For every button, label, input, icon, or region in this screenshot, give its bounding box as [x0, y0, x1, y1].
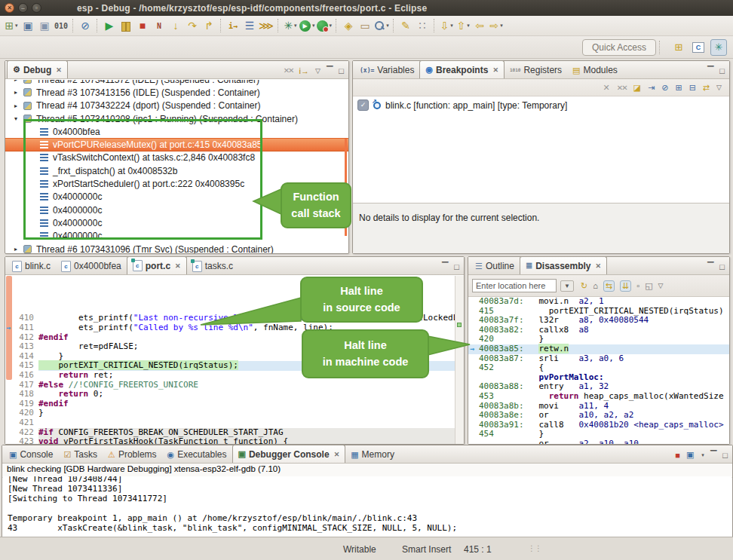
open-resource-icon[interactable]: ▭ [357, 18, 373, 34]
remove-all-breakpoints-icon[interactable]: ✕✕ [617, 84, 627, 92]
open-type-icon[interactable]: ◈ [341, 18, 356, 34]
display-console-icon[interactable]: ▣ [686, 450, 694, 460]
home-icon[interactable]: ⌂ [593, 280, 598, 292]
maximize-icon[interactable]: □ [339, 66, 344, 75]
back-icon[interactable]: ⇦ [472, 18, 487, 34]
goto-file-icon[interactable]: ⇥ [648, 83, 655, 93]
stack-frame-row[interactable]: vPortCPUReleaseMutex() at port.c:415 0x4… [5, 138, 348, 151]
mark-occurrences-icon[interactable]: ✎ [398, 18, 413, 34]
maximize-icon[interactable]: □ [454, 262, 459, 271]
disassembly-tab-disassembly[interactable]: ≣Disassembly✕ [520, 256, 607, 274]
show-supported-breakpoints-icon[interactable]: ◪ [633, 83, 641, 93]
minimize-icon[interactable]: ▔ [707, 66, 713, 75]
save-icon[interactable]: ▣ [20, 18, 35, 34]
close-icon[interactable]: ✕ [334, 451, 340, 458]
console-tab-tasks[interactable]: ☑Tasks [58, 446, 103, 463]
console-output[interactable]: [New Thread 1073408744][New Thread 10734… [3, 476, 731, 537]
disassembly-listing[interactable]: 40083a7d: movi.n a2, 1415 portEXIT_CRITI… [468, 297, 729, 444]
collapse-all-icon[interactable]: ⊟ [689, 83, 696, 93]
terminate-icon[interactable]: ■ [675, 451, 680, 460]
save-all-icon[interactable]: ▣ [37, 18, 52, 34]
maximize-icon[interactable]: □ [719, 66, 725, 75]
breakpoints-tab-variables[interactable]: (x)=Variables [354, 62, 419, 78]
source-editor[interactable]: → 410 ets_printf("Last non-recursive loc… [5, 276, 464, 444]
thread-row[interactable]: ▸Thread #2 1073411572 (IDLE) (Suspended … [5, 80, 348, 86]
cpp-perspective-icon[interactable]: C [691, 40, 706, 55]
dropdown-arrow-icon[interactable]: ▾ [701, 452, 704, 458]
dropdown-arrow-icon[interactable]: ▾ [15, 23, 18, 29]
thread-row[interactable]: ▸Thread #4 1073432224 (dport) (Suspended… [5, 99, 348, 112]
tab-debug[interactable]: ⚙ Debug ✕ [7, 60, 68, 78]
remove-all-terminated-icon[interactable]: ✕✕ [284, 66, 293, 75]
instruction-stepping-icon[interactable]: i→ [225, 18, 241, 34]
minimize-icon[interactable]: ▔ [710, 450, 716, 460]
search-icon[interactable]: ▾ [374, 18, 389, 34]
twist-icon[interactable]: ▸ [14, 103, 23, 109]
stack-frame-row[interactable]: _frxt_dispatch() at 0x4008532b [5, 164, 348, 177]
stack-frame-row[interactable]: 0x4000000c [5, 216, 348, 229]
close-icon[interactable]: ✕ [492, 66, 498, 74]
sync-context-icon[interactable]: ⇆ [603, 280, 615, 292]
breakpoint-checkbox[interactable]: ✓ [357, 99, 369, 111]
window-close-button[interactable]: ✕ [5, 3, 14, 13]
stack-frame-row[interactable]: 0x4000000c [5, 230, 348, 243]
editor-tab-tasks-c[interactable]: ctasks.c [187, 258, 238, 274]
maximize-icon[interactable]: □ [722, 451, 728, 460]
run-icon[interactable]: ▶▾ [299, 18, 315, 34]
close-icon[interactable]: ✕ [175, 262, 181, 270]
new-view-icon[interactable]: ▫ [636, 280, 639, 292]
profile-icon[interactable]: ▾ [317, 18, 333, 34]
disassembly-tab-outline[interactable]: ☰Outline [470, 258, 520, 274]
instruction-stepping-icon[interactable]: i→ [299, 66, 309, 75]
editor-tab-blink-c[interactable]: cblink.c [7, 258, 56, 274]
binary-icon[interactable]: 010 [54, 18, 69, 34]
close-icon[interactable]: ✕ [56, 66, 62, 74]
debug-icon[interactable]: ✳▾ [283, 18, 298, 34]
open-new-view-icon[interactable]: ◱ [645, 280, 652, 292]
step-into-icon[interactable]: ↓ [168, 18, 183, 34]
skip-all-breakpoints-icon[interactable]: ⊘ [661, 83, 668, 93]
debug-perspective-icon[interactable]: ✳ [710, 39, 727, 56]
view-menu-icon[interactable]: ▽ [716, 84, 722, 91]
console-tab-console[interactable]: ▣Console [4, 446, 58, 463]
skip-all-breakpoints-icon[interactable]: ⊘ [78, 18, 93, 34]
quick-access-button[interactable]: Quick Access [582, 39, 656, 56]
breakpoints-list[interactable]: ✓blink.c [function: app_main] [type: Tem… [353, 96, 729, 203]
terminate-icon[interactable]: ■ [135, 18, 150, 34]
console-tab-memory[interactable]: ▦Memory [345, 446, 400, 463]
console-tab-executables[interactable]: ◉Executables [162, 446, 232, 463]
minimize-icon[interactable]: ▔ [442, 262, 448, 271]
open-perspective-icon[interactable]: ⊞ [671, 40, 686, 55]
console-tab-problems[interactable]: ⚠Problems [103, 446, 162, 463]
twist-icon[interactable]: ▸ [14, 246, 23, 252]
refresh-icon[interactable]: ↻ [581, 280, 587, 292]
track-expression-icon[interactable]: ⇊ [620, 280, 631, 292]
console-tab-debugger-console[interactable]: ▣Debugger Console✕ [232, 445, 346, 463]
thread-row[interactable]: ▾Thread #5 1073410208 (ipc1 : Running) (… [5, 112, 348, 125]
stack-frame-row[interactable]: 0x4000000c [5, 203, 348, 216]
stack-frame-row[interactable]: xPortStartScheduler() at port.c:222 0x40… [5, 177, 348, 190]
step-over-icon[interactable]: ↷ [185, 18, 200, 34]
location-dropdown-icon[interactable]: ▼ [560, 280, 574, 292]
editor-tab-0x4000bfea[interactable]: c0x4000bfea [56, 258, 127, 274]
stack-frame-row[interactable]: 0x4000bfea [5, 125, 348, 138]
forward-icon[interactable]: ⇨▾ [489, 18, 504, 34]
dropdown-arrow-icon[interactable]: ▾ [330, 23, 333, 29]
debug-call-stack-tree[interactable]: ▸Thread #2 1073411572 (IDLE) (Suspended … [5, 80, 348, 253]
thread-row[interactable]: ▸Thread #3 1073413156 (IDLE) (Suspended … [5, 86, 348, 99]
disconnect-icon[interactable]: N [152, 18, 167, 34]
stack-frame-row[interactable]: 0x4000000c [5, 191, 348, 203]
remove-breakpoint-icon[interactable]: ✕ [603, 83, 610, 93]
breakpoints-tab-modules[interactable]: ▤Modules [567, 62, 623, 78]
twist-icon[interactable]: ▸ [14, 80, 23, 83]
editor-tab-port-c[interactable]: cport.c✕ [127, 256, 187, 274]
breakpoints-tab-breakpoints[interactable]: ◉Breakpoints✕ [419, 60, 505, 78]
dropdown-arrow-icon[interactable]: ▾ [450, 23, 453, 29]
link-with-debug-icon[interactable]: ⇄ [703, 83, 710, 93]
minimize-icon[interactable]: ▔ [327, 66, 333, 75]
suspend-icon[interactable] [118, 18, 133, 34]
dropdown-arrow-icon[interactable]: ▾ [294, 23, 297, 29]
thread-row[interactable]: ▸Thread #6 1073431096 (Tmr Svc) (Suspend… [5, 243, 348, 253]
dropdown-arrow-icon[interactable]: ▾ [312, 23, 315, 29]
breakpoints-tab-registers[interactable]: 1010Registers [505, 62, 567, 78]
